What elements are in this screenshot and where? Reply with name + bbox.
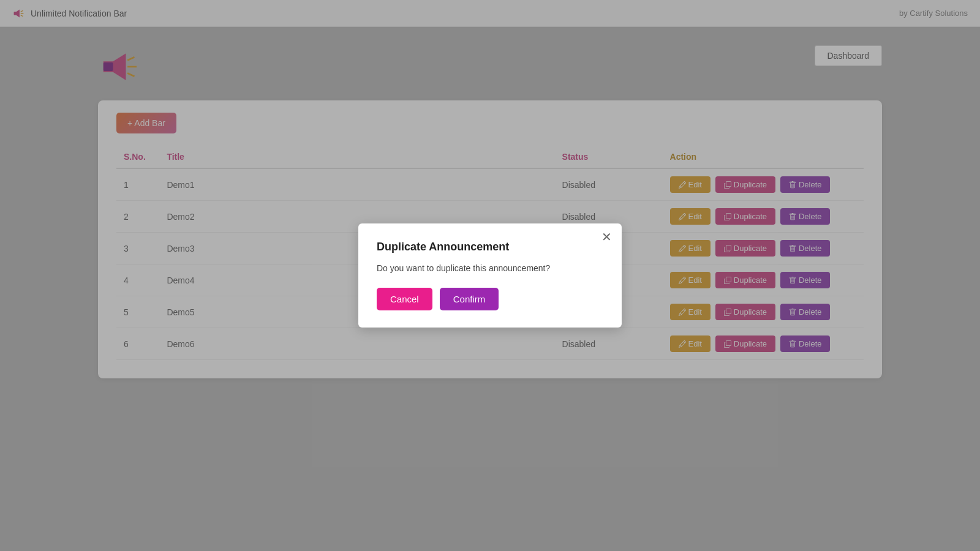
modal-actions: Cancel Confirm (377, 288, 603, 310)
modal-title: Duplicate Announcement (377, 241, 603, 253)
duplicate-modal: ✕ Duplicate Announcement Do you want to … (358, 223, 622, 328)
modal-confirm-button[interactable]: Confirm (440, 288, 499, 310)
modal-body: Do you want to duplicate this announceme… (377, 263, 603, 273)
modal-overlay: ✕ Duplicate Announcement Do you want to … (0, 0, 980, 551)
modal-cancel-button[interactable]: Cancel (377, 288, 432, 310)
modal-close-button[interactable]: ✕ (601, 231, 612, 243)
